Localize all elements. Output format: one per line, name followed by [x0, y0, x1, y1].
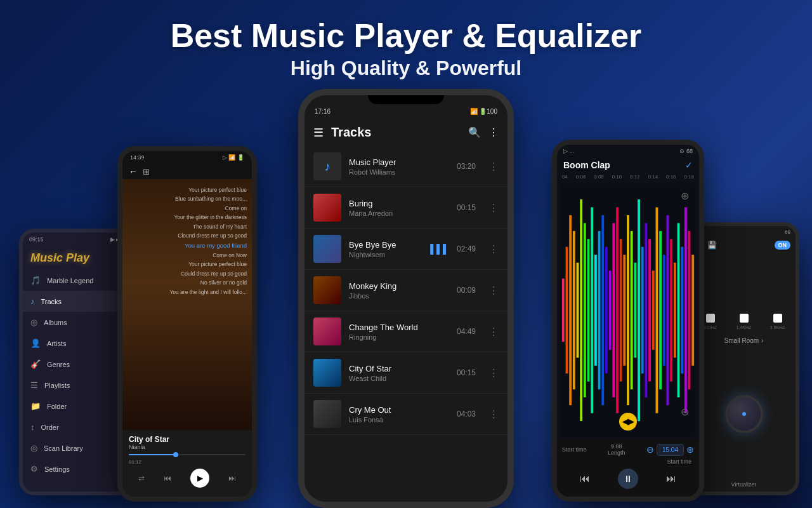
track-more-0[interactable]: ⋮ [488, 161, 499, 173]
sidebar-item-tracks[interactable]: ♪ Tracks [23, 291, 133, 312]
waveform-title: Boom Clap [563, 160, 610, 170]
track-name-1: Buring [349, 199, 449, 208]
lyrics-progress-handle[interactable] [173, 452, 178, 457]
track-info-1: Buring Maria Arredon [349, 199, 449, 217]
waveform-svg [561, 184, 695, 437]
lyrics-prev-button[interactable]: ⏮ [164, 474, 171, 483]
eq-header: ✏ 💾 ON [692, 238, 796, 252]
track-item-4[interactable]: Change The World Ringning 04:49 ⋮ [304, 311, 508, 352]
lyrics-next-button[interactable]: ⏭ [228, 474, 236, 483]
sidebar-item-folder[interactable]: 📁 Folder [23, 396, 133, 417]
sidebar-icon-marble: 🎵 [30, 276, 41, 285]
track-thumb-4 [313, 318, 341, 345]
track-item-5[interactable]: City Of Star Weast Child 00:15 ⋮ [304, 352, 508, 394]
lyrics-play-button[interactable]: ▶ [190, 469, 209, 488]
eq-virtualizer-knob[interactable] [725, 395, 763, 433]
waveform-display[interactable]: ⊕ ⊖ ◀▶ [561, 184, 695, 437]
phone-lyrics: 14:39 ▷ 📶 🔋 ← ⊞ Your picture perfect blu… [117, 146, 257, 502]
track-more-6[interactable]: ⋮ [488, 408, 499, 420]
tracks-search-icon[interactable]: 🔍 [468, 126, 481, 138]
sidebar-item-settings[interactable]: ⚙ Settings [23, 458, 133, 479]
eq-save-icon[interactable]: 💾 [707, 241, 717, 250]
svg-rect-5 [580, 199, 582, 421]
track-info-3: Monkey King Jibbos [349, 281, 449, 300]
eq-preset-row: Small Room › [692, 335, 796, 347]
tracks-more-icon[interactable]: ⋮ [488, 126, 499, 138]
eq-toggle-button[interactable]: ON [775, 241, 791, 250]
sidebar-label-genres: Genres [47, 361, 70, 368]
waveform-check-icon[interactable]: ✓ [685, 160, 693, 170]
lyrics-line-8: Your picture perfect blue [169, 260, 247, 269]
waveform-length-label: Length [608, 450, 625, 456]
track-item-3[interactable]: Monkey King Jibbos 00:09 ⋮ [304, 270, 508, 311]
lyrics-back-button[interactable]: ← [129, 166, 138, 177]
track-item-2[interactable]: Bye Bye Bye Nightwisem ▌▌▌ 02:49 ⋮ [304, 229, 508, 270]
lyrics-line-2: Blue sunbathing on the moo... [169, 194, 247, 203]
svg-rect-30 [670, 239, 672, 381]
waveform-pause-button[interactable]: ⏸ [618, 469, 638, 489]
sidebar-label-folder: Folder [47, 403, 67, 410]
svg-rect-1 [566, 247, 568, 374]
sidebar-icon-folder: 📁 [30, 401, 41, 411]
sidebar-item-marble[interactable]: 🎵 Marble Legend [23, 270, 133, 291]
waveform-next-button[interactable]: ⏭ [666, 473, 676, 485]
svg-rect-33 [681, 247, 683, 374]
track-artist-2: Nightwisem [349, 251, 422, 258]
track-item-6[interactable]: Cry Me Out Luis Fonsa 04:03 ⋮ [304, 394, 508, 435]
eq-virtualizer-label: Virtualizer [692, 481, 796, 491]
track-more-1[interactable]: ⋮ [488, 202, 499, 214]
sidebar-icon-settings: ⚙ [30, 464, 38, 474]
svg-rect-12 [605, 247, 608, 374]
eq-freq-label-2: 3.6KHZ [770, 325, 785, 330]
lyrics-song-title: City of Star [129, 435, 246, 444]
waveform-time-2: 0:08 [594, 174, 604, 180]
svg-rect-15 [616, 207, 619, 413]
waveform-add-icon[interactable]: ⊕ [686, 444, 694, 455]
svg-rect-27 [659, 231, 662, 389]
eq-preset-label: Small Room [724, 337, 759, 344]
svg-rect-34 [684, 207, 687, 413]
track-more-2[interactable]: ⋮ [488, 243, 499, 255]
track-artist-3: Jibbos [349, 292, 449, 300]
waveform-position-handle[interactable]: ◀▶ [619, 413, 637, 431]
svg-rect-17 [623, 255, 625, 366]
waveform-subtract-icon[interactable]: ⊖ [646, 444, 654, 455]
eq-freq-label-1: 1.4KHZ [737, 325, 752, 330]
sidebar-item-order[interactable]: ↕ Order [23, 417, 133, 438]
track-item-0[interactable]: ♪ Music Player Robot Williams 03:20 ⋮ [304, 146, 508, 187]
waveform-signal: ▷ ... [563, 148, 574, 154]
lyrics-line-11: You are the light and I will follo... [169, 288, 247, 297]
lyrics-progress-bar[interactable] [129, 454, 246, 455]
waveform-status-bar: ▷ ... ⊙ 68 [557, 145, 699, 157]
svg-rect-10 [598, 231, 601, 389]
eq-preset-arrow-icon[interactable]: › [761, 337, 763, 344]
header-subtitle: High Quality & Powerful [0, 57, 812, 80]
svg-rect-35 [688, 231, 691, 389]
lyrics-line-highlighted: You are my good friend [169, 241, 247, 251]
track-more-4[interactable]: ⋮ [488, 326, 499, 338]
waveform-prev-button[interactable]: ⏮ [580, 473, 590, 485]
tracks-menu-icon[interactable]: ☰ [313, 126, 324, 140]
track-item-1[interactable]: Buring Maria Arredon 00:15 ⋮ [304, 187, 508, 229]
track-info-0: Music Player Robot Williams [349, 157, 449, 176]
sidebar-label-settings: Settings [44, 465, 70, 473]
waveform-playback-controls: ⏮ ⏸ ⏭ [562, 465, 694, 493]
sidebar-item-playlists[interactable]: ☰ Playlists [23, 375, 133, 396]
track-name-5: City Of Star [349, 364, 449, 373]
waveform-zoom-in-button[interactable]: ⊕ [681, 190, 689, 202]
track-more-3[interactable]: ⋮ [488, 284, 499, 297]
tracks-title: Tracks [331, 125, 461, 140]
sidebar-item-genres[interactable]: 🎸 Genres [23, 354, 133, 375]
svg-rect-3 [573, 231, 575, 389]
lyrics-shuffle-button[interactable]: ⇌ [138, 474, 145, 483]
sidebar-item-scan[interactable]: ◎ Scan Library [23, 438, 133, 458]
sidebar-item-artists[interactable]: 👤 Artists [23, 333, 133, 354]
sidebar-item-albums[interactable]: ◎ Albums [23, 312, 133, 333]
waveform-zoom-out-button[interactable]: ⊖ [681, 406, 689, 418]
lyrics-text: Your picture perfect blue Blue sunbathin… [169, 185, 247, 297]
lyrics-tune-icon[interactable]: ⊞ [143, 167, 150, 177]
track-more-5[interactable]: ⋮ [488, 367, 499, 379]
track-thumb-2 [313, 235, 341, 263]
sidebar-label-playlists: Playlists [44, 382, 70, 389]
eq-slider-group: 910HZ 1.4KHZ 3.6KHZ [692, 252, 796, 335]
